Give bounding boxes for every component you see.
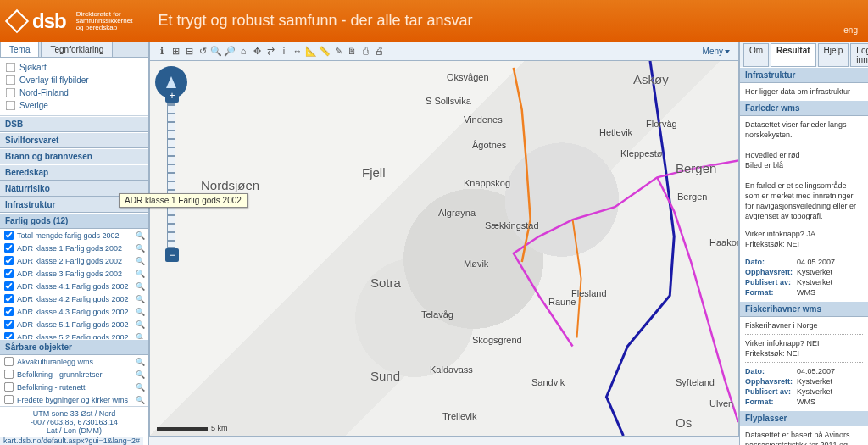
section-infrastruktur[interactable]: Infrastruktur [740, 67, 868, 83]
tool-15[interactable]: ⎙ [359, 44, 372, 58]
layer-checkbox[interactable] [4, 332, 14, 339]
brand-sub: Direktoratet for samfunnssikkerhet og be… [76, 11, 133, 31]
section-farleder[interactable]: Farleder wms [740, 100, 868, 116]
map-canvas[interactable]: ℹ⊞⊟↺🔍🔎⌂✥⇄i↔📐📏✎🗎⎙🖨 Meny Nordsjøen Fjell S… [149, 42, 739, 437]
magnify-icon[interactable]: 🔍 [136, 308, 145, 316]
magnify-icon[interactable]: 🔍 [136, 370, 145, 379]
basemap-checkbox[interactable] [6, 63, 16, 73]
tool-0[interactable]: ℹ [155, 45, 169, 58]
farlig-layer-list[interactable]: Total mengde farlig gods 2002🔍ADR klasse… [0, 229, 148, 339]
magnify-icon[interactable]: 🔍 [136, 244, 145, 253]
magnify-icon[interactable]: 🔍 [136, 257, 145, 265]
tool-12[interactable]: 📏 [318, 45, 331, 58]
tool-10[interactable]: ↔ [291, 44, 304, 58]
layer-row[interactable]: ADR klasse 5.1 Farlig gods 2002🔍 [0, 318, 148, 331]
layer-row[interactable]: Befolkning - rutenett🔍 [0, 381, 148, 393]
tab-tegnforklaring[interactable]: Tegnforklaring [41, 42, 113, 57]
layer-checkbox[interactable] [4, 243, 14, 253]
layer-label: ADR klasse 4.1 Farlig gods 2002 [17, 282, 129, 291]
cat-dsb[interactable]: DSB [0, 116, 148, 132]
layer-row[interactable]: ADR klasse 1 Farlig gods 2002🔍 [0, 242, 148, 254]
tool-9[interactable]: i [277, 44, 291, 58]
tab-resultat[interactable]: Resultat [771, 43, 815, 67]
layer-row[interactable]: ADR klasse 5.2 Farlig gods 2002🔍 [0, 331, 148, 339]
layer-row[interactable]: Akvakulturanlegg wms🔍 [0, 355, 148, 368]
layer-checkbox[interactable] [4, 357, 14, 366]
tool-1[interactable]: ⊞ [169, 45, 182, 58]
section-fiskerihavner[interactable]: Fiskerihavner wms [740, 301, 868, 317]
tool-6[interactable]: ⌂ [236, 44, 250, 58]
meta-val: Kystverket [797, 267, 832, 277]
map-toolbar: ℹ⊞⊟↺🔍🔎⌂✥⇄i↔📐📏✎🗎⎙🖨 Meny [150, 42, 738, 61]
tab-hjelp[interactable]: Hjelp [818, 43, 849, 67]
zoom-in-button[interactable]: + [165, 89, 179, 103]
infra-body: Her ligger data om infrastruktur [740, 83, 868, 100]
layer-row[interactable]: Befolkning - grunnkretser🔍 [0, 368, 148, 381]
tool-5[interactable]: 🔎 [223, 45, 236, 58]
layer-checkbox[interactable] [4, 395, 14, 404]
layer-checkbox[interactable] [4, 307, 14, 316]
route-overlay [150, 42, 738, 436]
menu-button[interactable]: Meny [699, 47, 733, 56]
layer-row[interactable]: Total mengde farlig gods 2002🔍 [0, 229, 148, 242]
tab-login[interactable]: Logg inn [850, 43, 868, 67]
tool-7[interactable]: ✥ [250, 45, 264, 58]
layer-checkbox[interactable] [4, 294, 14, 303]
magnify-icon[interactable]: 🔍 [136, 270, 145, 278]
layer-row[interactable]: ADR klasse 2 Farlig gods 2002🔍 [0, 254, 148, 267]
tool-8[interactable]: ⇄ [264, 45, 277, 58]
tool-11[interactable]: 📐 [304, 45, 318, 58]
cat-farlig-gods[interactable]: Farlig gods (12) [0, 213, 148, 229]
layer-row[interactable]: ADR klasse 4.1 Farlig gods 2002🔍 [0, 280, 148, 292]
magnify-icon[interactable]: 🔍 [136, 383, 145, 392]
layer-label: ADR klasse 3 Farlig gods 2002 [17, 270, 122, 278]
magnify-icon[interactable]: 🔍 [136, 320, 145, 329]
magnify-icon[interactable]: 🔍 [136, 358, 145, 366]
layer-row[interactable]: Fredete bygninger og kirker wms🔍 [0, 393, 148, 406]
tool-2[interactable]: ⊟ [182, 45, 196, 58]
scale-label: 5 km [211, 424, 228, 432]
lang-switch[interactable]: eng [843, 25, 858, 35]
basemap-row[interactable]: Sjøkart [5, 61, 143, 74]
layer-row[interactable]: ADR klasse 3 Farlig gods 2002🔍 [0, 267, 148, 280]
tool-13[interactable]: ✎ [331, 45, 345, 58]
basemap-row[interactable]: Nord-Finland [5, 86, 143, 99]
cat-sivilforsvaret[interactable]: Sivilforsvaret [0, 132, 148, 148]
tool-16[interactable]: 🖨 [372, 44, 386, 58]
basemap-checkbox[interactable] [6, 101, 16, 111]
layer-row[interactable]: ADR klasse 4.3 Farlig gods 2002🔍 [0, 305, 148, 318]
magnify-icon[interactable]: 🔍 [136, 231, 145, 240]
tab-tema[interactable]: Tema [0, 42, 39, 57]
layer-checkbox[interactable] [4, 320, 14, 329]
zoom-out-button[interactable]: − [165, 248, 179, 262]
layer-checkbox[interactable] [4, 269, 14, 278]
tagline: Et trygt og robust samfunn - der alle ta… [158, 12, 472, 30]
layer-checkbox[interactable] [4, 382, 14, 392]
layer-checkbox[interactable] [4, 231, 14, 240]
layer-label: Befolkning - rutenett [17, 383, 86, 392]
basemap-row[interactable]: Overlay til flybilder [5, 74, 143, 86]
magnify-icon[interactable]: 🔍 [136, 396, 145, 404]
tool-3[interactable]: ↺ [196, 45, 209, 58]
cat-brann[interactable]: Brann og brannvesen [0, 148, 148, 164]
layer-row[interactable]: ADR klasse 4.2 Farlig gods 2002🔍 [0, 292, 148, 305]
magnify-icon[interactable]: 🔍 [136, 295, 145, 303]
section-flyplasser[interactable]: Flyplasser [740, 410, 868, 426]
layer-checkbox[interactable] [4, 256, 14, 265]
cat-beredskap[interactable]: Beredskap [0, 164, 148, 181]
basemap-row[interactable]: Sverige [5, 99, 143, 112]
layer-checkbox[interactable] [4, 370, 14, 379]
tab-om[interactable]: Om [743, 43, 769, 67]
magnify-icon[interactable]: 🔍 [136, 282, 145, 291]
basemap-checkbox[interactable] [6, 88, 16, 98]
meta-key: Publisert av: [745, 387, 792, 397]
zoom-slider[interactable]: + − [167, 103, 175, 248]
fisk-text: Fiskerihavner i Norge [745, 320, 863, 331]
layer-label: ADR klasse 4.3 Farlig gods 2002 [17, 308, 129, 316]
magnify-icon[interactable]: 🔍 [136, 333, 145, 340]
basemap-checkbox[interactable] [6, 75, 16, 86]
layer-checkbox[interactable] [4, 281, 14, 291]
cat-saarbare[interactable]: Sårbare objekter [0, 339, 148, 355]
tool-14[interactable]: 🗎 [345, 44, 359, 58]
tool-4[interactable]: 🔍 [209, 45, 223, 58]
